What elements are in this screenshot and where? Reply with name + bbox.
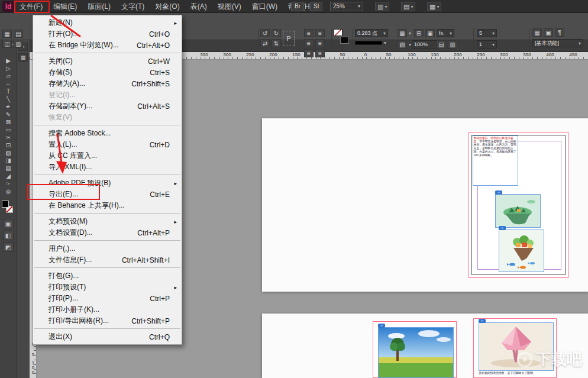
align-icon[interactable]: ≡ bbox=[315, 49, 325, 57]
menubar-menu-layout[interactable]: 版面(L) bbox=[82, 0, 116, 13]
rectangle-tool[interactable]: ▭ bbox=[0, 126, 17, 134]
gradient-feather-tool[interactable]: ◨ bbox=[0, 157, 17, 164]
menu-separator bbox=[34, 175, 180, 175]
paragraph-icon[interactable]: ¶ bbox=[555, 28, 564, 37]
file-menu-item-adobe-stock[interactable]: 搜索 Adobe Stock... bbox=[33, 128, 182, 139]
menubar-menu-type[interactable]: 文字(T) bbox=[116, 0, 150, 13]
menubar-menu-table[interactable]: 表(A) bbox=[185, 0, 212, 13]
rotate-ccw-icon[interactable]: ↺ bbox=[260, 29, 270, 37]
zoom-tool[interactable]: ◎ bbox=[0, 188, 17, 195]
fit-frame-icon[interactable]: ⊞ bbox=[414, 29, 424, 37]
stroke-color-none-swatch[interactable] bbox=[334, 29, 343, 36]
file-menu-item-behance[interactable]: 在 Behance 上共享(H)... bbox=[33, 200, 182, 211]
zoom-level-dropdown[interactable]: 25% ▾ bbox=[330, 2, 363, 11]
selection-tool[interactable]: ▶ bbox=[0, 57, 17, 64]
presentation-mode-icon[interactable]: ◩ bbox=[3, 243, 14, 252]
file-menu-item-print-booklet[interactable]: 打印小册子(K)... bbox=[33, 304, 182, 315]
workspace-dropdown[interactable]: [基本功能]▾ bbox=[532, 39, 583, 47]
wrap-icon[interactable]: ▤ bbox=[437, 40, 446, 49]
file-menu-item-browse-bridge[interactable]: 在 Bridge 中浏览(W)...Ctrl+Alt+O bbox=[33, 40, 182, 51]
pattern-option-icon[interactable]: ▧ bbox=[398, 40, 407, 49]
select-container-button[interactable]: P bbox=[283, 31, 295, 46]
fit-content-icon[interactable]: ▣ bbox=[425, 29, 435, 37]
column-icon[interactable]: ◫ bbox=[2, 40, 12, 48]
file-menu-item-doc-presets[interactable]: 文档预设(M)▸ bbox=[33, 216, 182, 227]
screen-mode-dropdown[interactable]: ▤ ▾ bbox=[401, 2, 415, 11]
file-menu-item-export[interactable]: 导出(E)...Ctrl+E bbox=[33, 189, 182, 200]
fx-button[interactable]: fx.▾ bbox=[437, 29, 454, 37]
menubar-menu-file[interactable]: 文件(F) bbox=[14, 0, 48, 13]
workspace-dropdown-top[interactable]: ▦ ▾ bbox=[427, 2, 441, 11]
file-menu-item-pdf-presets[interactable]: Adobe PDF 预设(B)▸ bbox=[33, 177, 182, 189]
file-menu-item-import-xml[interactable]: 导入 XML(I)... bbox=[33, 161, 182, 173]
fill-stroke-swatch[interactable] bbox=[0, 199, 17, 217]
type-tool[interactable]: T bbox=[0, 88, 17, 95]
file-menu-item-save[interactable]: 存储(S)Ctrl+S bbox=[33, 67, 182, 78]
grid-tool-icon[interactable]: ▦ bbox=[532, 28, 542, 37]
rectangle-frame-tool[interactable]: ⊠ bbox=[0, 118, 17, 126]
free-transform-tool[interactable]: ⊡ bbox=[0, 141, 17, 149]
pages-panel-icon[interactable]: ▦ bbox=[18, 53, 28, 62]
caption-text-frame[interactable]: 面对如此惊奇的画卷，孩子们都睁大了眼睛。 bbox=[479, 371, 553, 377]
text-frame[interactable]: ∞ 秦岭的夏日，密密的山林遮天蔽日，平平芳草连着野草，在山间密林间，溪水潺潺，山… bbox=[473, 135, 518, 186]
stroke-style-control[interactable]: ▾ bbox=[355, 40, 386, 46]
menubar-menu-object[interactable]: 对象(O) bbox=[150, 0, 185, 13]
image-frame-island-2[interactable]: ∞ bbox=[499, 230, 544, 272]
grid-option-icon[interactable]: ▦ bbox=[398, 29, 407, 37]
gradient-tool[interactable]: ▧ bbox=[0, 149, 17, 157]
frame-grid-icon[interactable]: ▣ bbox=[544, 28, 553, 37]
bridge-button[interactable]: Br bbox=[291, 2, 304, 11]
file-menu-item-save-copy[interactable]: 存储副本(Y)...Ctrl+Alt+S bbox=[33, 101, 182, 112]
file-menu-item-print-grid[interactable]: 打印/导出网格(R)...Ctrl+Shift+P bbox=[33, 315, 182, 327]
pencil-tool[interactable]: ✎ bbox=[0, 111, 17, 118]
proxy-grid-icon[interactable]: ▦ bbox=[2, 30, 12, 38]
stock-button[interactable]: St bbox=[310, 2, 322, 11]
page-tool[interactable]: ▱ bbox=[0, 72, 17, 80]
normal-view-icon[interactable]: ▣ bbox=[3, 219, 14, 228]
file-menu-item-open[interactable]: 打开(O)...Ctrl+O bbox=[33, 28, 182, 40]
align-icon[interactable]: ≡ bbox=[315, 29, 325, 37]
file-menu-item-user[interactable]: 用户(,)... bbox=[33, 243, 182, 254]
direct-selection-tool[interactable]: ▷ bbox=[0, 64, 17, 72]
gap-tool[interactable]: ⇔ bbox=[0, 80, 17, 88]
file-menu-item-save-as[interactable]: 存储为(A)...Ctrl+Shift+S bbox=[33, 78, 182, 89]
file-menu-item-doc-setup[interactable]: 文档设置(D)...Ctrl+Alt+P bbox=[33, 227, 182, 238]
file-menu-item-print-presets[interactable]: 打印预设(T)▸ bbox=[33, 282, 182, 293]
menubar-menu-view[interactable]: 视图(V) bbox=[212, 0, 247, 13]
file-menu-item-package[interactable]: 打包(G)... bbox=[33, 270, 182, 282]
corner-icon[interactable]: ▥ bbox=[448, 40, 457, 49]
align-icon[interactable]: ≡ bbox=[315, 39, 325, 47]
eyedropper-tool[interactable]: ◢ bbox=[0, 172, 17, 180]
panel-icon[interactable]: ▤ bbox=[14, 30, 23, 38]
view-options-dropdown[interactable]: ▥ ▾ bbox=[375, 2, 389, 11]
file-menu-item-print[interactable]: 打印(P)...Ctrl+P bbox=[33, 293, 182, 304]
pen-tool[interactable]: ✒ bbox=[0, 103, 17, 111]
fill-color-swatch[interactable] bbox=[340, 37, 349, 44]
rotate-cw-icon[interactable]: ↻ bbox=[272, 29, 281, 37]
file-menu-item-new[interactable]: 新建(N)▸ bbox=[33, 17, 182, 28]
scissors-tool[interactable]: ✂ bbox=[0, 134, 17, 141]
file-menu-item-close[interactable]: 关闭(C)Ctrl+W bbox=[33, 56, 182, 67]
align-icon[interactable]: ≡ bbox=[304, 49, 314, 57]
hand-tool[interactable]: ☞ bbox=[0, 180, 17, 188]
rows-icon[interactable]: ▥ bbox=[14, 40, 23, 48]
file-menu-item-exit[interactable]: 退出(X)Ctrl+Q bbox=[33, 331, 182, 343]
fill-swatch[interactable] bbox=[2, 201, 9, 208]
columns-field[interactable]: 1▾ bbox=[477, 40, 497, 49]
image-frame-island-1[interactable]: ∞ bbox=[495, 194, 541, 228]
stroke-weight-field[interactable]: 0.283 点▾ bbox=[355, 29, 388, 37]
preview-mode-icon[interactable]: ◧ bbox=[3, 231, 14, 240]
align-icon[interactable]: ≡ bbox=[304, 29, 314, 37]
note-tool[interactable]: ▤ bbox=[0, 164, 17, 172]
file-menu-item-place[interactable]: 置入(L)...Ctrl+D bbox=[33, 139, 182, 150]
image-frame-landscape[interactable]: ∞ bbox=[378, 327, 454, 378]
file-menu-item-file-info[interactable]: 文件信息(F)...Ctrl+Alt+Shift+I bbox=[33, 254, 182, 266]
file-menu-item-place-cc[interactable]: 从 CC 库置入... bbox=[33, 150, 182, 161]
flip-horizontal-icon[interactable]: ⇄ bbox=[260, 39, 270, 47]
align-icon[interactable]: ≡ bbox=[304, 39, 314, 47]
menubar-menu-window[interactable]: 窗口(W) bbox=[247, 0, 283, 13]
flip-vertical-icon[interactable]: ⇅ bbox=[272, 39, 281, 47]
line-tool[interactable]: ╲ bbox=[0, 95, 17, 103]
rows-field[interactable]: 5▾ bbox=[477, 29, 497, 37]
menubar-menu-edit[interactable]: 编辑(E) bbox=[48, 0, 82, 13]
